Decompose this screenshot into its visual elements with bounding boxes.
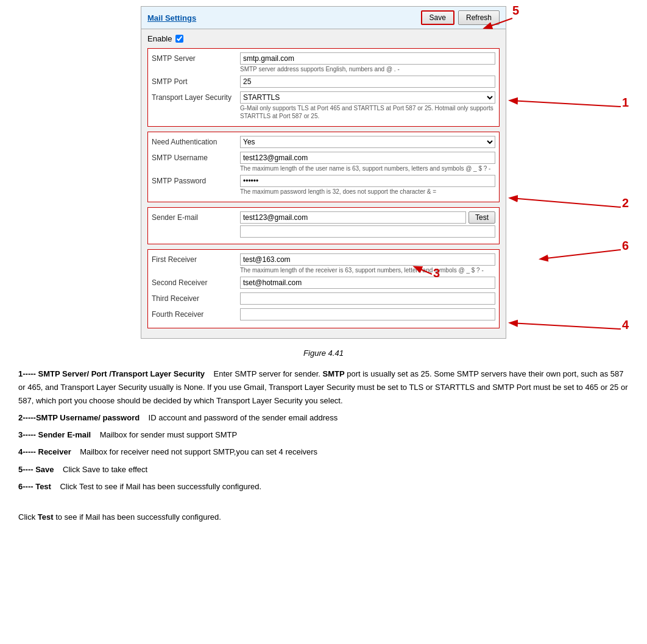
desc4-text: Mailbox for receiver need not support SM… [73, 447, 317, 456]
sender-input-line1: Test [240, 211, 495, 224]
svg-text:6: 6 [622, 239, 629, 252]
desc-username: 2-----SMTP Username/ password ID account… [18, 411, 629, 425]
desc2-text: ID account and password of the sender em… [142, 413, 338, 422]
smtp-password-hint: The maximum password length is 32, does … [240, 188, 495, 196]
need-auth-row: Need Authentication Yes No [152, 136, 495, 149]
desc3-prefix: 3----- Sender E-mail [18, 430, 91, 439]
save-button[interactable]: Save [421, 10, 454, 25]
first-receiver-input[interactable] [240, 253, 495, 266]
fourth-receiver-row: Fourth Receiver [152, 308, 495, 322]
sender-email-input2[interactable] [240, 225, 495, 238]
need-auth-select[interactable]: Yes No [240, 136, 495, 148]
first-receiver-label: First Receiver [152, 253, 240, 264]
receivers-section: First Receiver The maximum length of the… [147, 249, 500, 328]
panel-header: Mail Settings Save Refresh [141, 7, 506, 29]
smtp-username-label: SMTP Username [152, 152, 240, 162]
second-receiver-row: Second Receiver [152, 277, 495, 290]
footer-test-bold: Test [38, 512, 54, 522]
smtp-username-hint: The maximum length of the user name is 6… [240, 165, 495, 172]
desc-sender: 3----- Sender E-mail Mailbox for sender … [18, 428, 629, 442]
smtp-port-input[interactable] [240, 76, 495, 88]
smtp-password-row: SMTP Password The maximum password lengt… [152, 175, 495, 196]
svg-line-3 [511, 101, 621, 107]
need-auth-label: Need Authentication [152, 136, 240, 146]
second-receiver-input[interactable] [240, 277, 495, 289]
test-button[interactable]: Test [468, 211, 495, 224]
smtp-server-field-area: SMTP server address supports English, nu… [240, 52, 495, 73]
smtp-server-hint: SMTP server address supports English, nu… [240, 65, 495, 73]
svg-line-9 [541, 250, 621, 259]
smtp-server-label: SMTP Server [152, 52, 240, 63]
footer-rest: to see if Mail has been successfully con… [54, 512, 221, 522]
sender-email-input1[interactable] [240, 211, 466, 224]
enable-row: Enable [147, 34, 500, 43]
fourth-receiver-label: Fourth Receiver [152, 308, 240, 319]
mail-settings-panel: Mail Settings Save Refresh Enable SMTP S… [141, 6, 506, 339]
first-receiver-field-area: The maximum length of the receiver is 63… [240, 253, 495, 274]
enable-checkbox[interactable] [175, 35, 183, 43]
sender-input-wrap: Test [240, 211, 495, 238]
smtp-server-section: SMTP Server SMTP server address supports… [147, 48, 500, 127]
smtp-username-field-area: The maximum length of the user name is 6… [240, 152, 495, 172]
smtp-username-input[interactable] [240, 152, 495, 164]
transport-row: Transport Layer Security STARTTLS TLS No… [152, 91, 495, 120]
transport-hint: G-Mail only supports TLS at Port 465 and… [240, 104, 495, 120]
smtp-server-row: SMTP Server SMTP server address supports… [152, 52, 495, 73]
desc-smtp: 1----- SMTP Server/ Port /Transport Laye… [18, 367, 629, 408]
second-receiver-label: Second Receiver [152, 277, 240, 287]
first-receiver-hint: The maximum length of the receiver is 63… [240, 266, 495, 274]
third-receiver-field-area [240, 292, 495, 305]
transport-label: Transport Layer Security [152, 91, 240, 102]
smtp-port-label: SMTP Port [152, 76, 240, 86]
desc6-prefix: 6---- Test [18, 482, 51, 491]
desc4-prefix: 4----- Receiver [18, 447, 71, 456]
svg-line-5 [511, 198, 621, 207]
third-receiver-row: Third Receiver [152, 292, 495, 306]
desc-save: 5---- Save Click Save to take effect [18, 463, 629, 476]
sender-email-label: Sender E-mail [152, 211, 240, 222]
smtp-password-label: SMTP Password [152, 175, 240, 185]
svg-text:5: 5 [512, 6, 519, 17]
third-receiver-input[interactable] [240, 292, 495, 305]
smtp-port-field-area [240, 76, 495, 88]
desc2-prefix: 2-----SMTP Username/ password [18, 413, 140, 422]
svg-text:2: 2 [622, 196, 629, 210]
smtp-server-input[interactable] [240, 52, 495, 65]
panel-body: Enable SMTP Server SMTP server address s… [141, 29, 506, 338]
svg-line-11 [511, 323, 621, 329]
desc6-text: Click Test to see if Mail has been succe… [54, 482, 262, 491]
second-receiver-field-area [240, 277, 495, 289]
panel-title: Mail Settings [147, 13, 196, 23]
smtp-port-row: SMTP Port [152, 76, 495, 89]
desc1-prefix: 1----- SMTP Server/ Port /Transport Laye… [18, 369, 205, 378]
footer-text: Click [18, 512, 38, 522]
desc-test: 6---- Test Click Test to see if Mail has… [18, 480, 629, 494]
auth-section: Need Authentication Yes No SMTP Username [147, 132, 500, 202]
svg-text:4: 4 [622, 318, 629, 331]
refresh-button[interactable]: Refresh [458, 10, 500, 25]
fourth-receiver-input[interactable] [240, 308, 495, 320]
third-receiver-label: Third Receiver [152, 292, 240, 303]
smtp-password-field-area: The maximum password length is 32, does … [240, 175, 495, 196]
smtp-password-input[interactable] [240, 175, 495, 187]
enable-label: Enable [147, 34, 172, 43]
desc5-prefix: 5---- Save [18, 465, 54, 474]
sender-email-row: Sender E-mail Test [152, 211, 495, 238]
first-receiver-row: First Receiver The maximum length of the… [152, 253, 495, 274]
desc3-text: Mailbox for sender must support SMTP [93, 430, 237, 439]
description-block: 1----- SMTP Server/ Port /Transport Laye… [12, 367, 635, 524]
desc5-text: Click Save to take effect [56, 465, 147, 474]
fourth-receiver-field-area [240, 308, 495, 320]
footer-line: Click Test to see if Mail has been succe… [18, 511, 629, 524]
smtp-username-row: SMTP Username The maximum length of the … [152, 152, 495, 172]
figure-caption: Figure 4.41 [12, 349, 635, 358]
need-auth-field-area: Yes No [240, 136, 495, 148]
transport-select[interactable]: STARTTLS TLS None [240, 91, 495, 104]
svg-text:1: 1 [622, 96, 629, 109]
sender-section: Sender E-mail Test [147, 207, 500, 244]
header-buttons: Save Refresh [421, 10, 500, 25]
desc-receiver: 4----- Receiver Mailbox for receiver nee… [18, 445, 629, 459]
transport-field-area: STARTTLS TLS None G-Mail only supports T… [240, 91, 495, 120]
